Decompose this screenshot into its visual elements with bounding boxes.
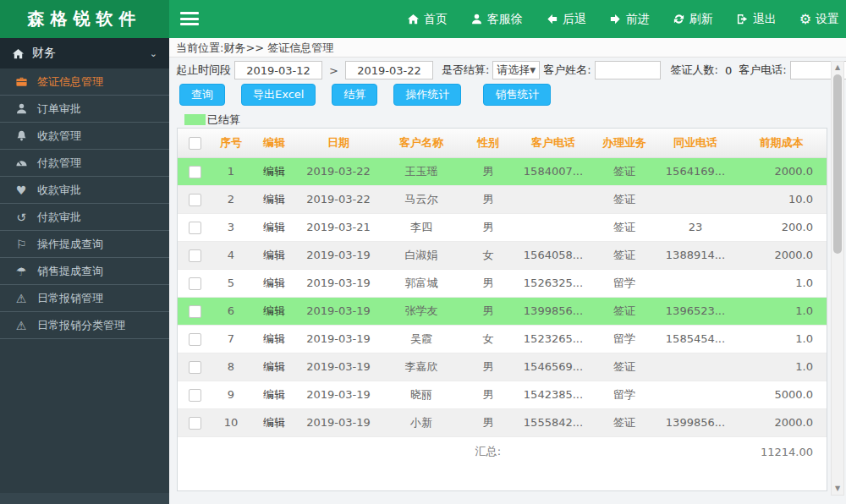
filter-bar: 起止时间段 > 是否结算: 请选择 ▼ 客户姓名: 签证人数: 0 客户电话: bbox=[169, 58, 846, 83]
sidebar-item-visa-info[interactable]: 签证信息管理 bbox=[0, 68, 169, 96]
row-checkbox[interactable] bbox=[189, 305, 201, 318]
operation-stats-button[interactable]: 操作统计 bbox=[393, 84, 461, 106]
sidebar-item-label: 收款审批 bbox=[37, 183, 81, 198]
cell-business: 签证 bbox=[594, 185, 655, 213]
nav-refresh[interactable]: 刷新 bbox=[673, 12, 713, 27]
cell-peer-phone: 1396523... bbox=[655, 297, 736, 325]
nav-settings[interactable]: ⚙ 设置 bbox=[799, 12, 839, 27]
cell-business: 留学 bbox=[594, 325, 655, 353]
row-checkbox[interactable] bbox=[189, 222, 201, 234]
sidebar-item-order-approval[interactable]: 订单审批 bbox=[0, 96, 169, 123]
table-panel: 序号 编辑 日期 客户名称 性别 客户电话 办理业务 同业电话 前期成本 1 编… bbox=[177, 128, 827, 491]
warning-icon: ⚠ bbox=[14, 319, 29, 332]
row-checkbox[interactable] bbox=[189, 417, 201, 430]
settle-button[interactable]: 结算 bbox=[332, 84, 377, 106]
select-all-checkbox[interactable] bbox=[189, 137, 201, 150]
row-checkbox[interactable] bbox=[189, 194, 201, 206]
chevron-down-icon: ▼ bbox=[530, 66, 536, 74]
edit-link[interactable]: 编辑 bbox=[250, 297, 298, 325]
cell-peer-phone: 1399856... bbox=[655, 408, 736, 436]
nav-forward[interactable]: 前进 bbox=[609, 12, 650, 27]
cell-gender: 男 bbox=[464, 157, 513, 185]
nav-label: 后退 bbox=[563, 12, 586, 27]
scrollbar-thumb[interactable] bbox=[833, 74, 842, 254]
cell-business: 签证 bbox=[594, 297, 655, 325]
arrow-left-icon bbox=[546, 13, 558, 25]
sidebar-item-receipt-approval[interactable]: ♥ 收款审批 bbox=[0, 177, 169, 204]
cell-gender: 男 bbox=[464, 185, 513, 213]
settle-select[interactable]: 请选择 ▼ bbox=[492, 61, 540, 79]
edit-link[interactable]: 编辑 bbox=[250, 381, 298, 408]
breadcrumb: 当前位置:财务>> 签证信息管理 bbox=[169, 38, 846, 58]
cell-index: 4 bbox=[212, 241, 250, 269]
row-checkbox[interactable] bbox=[189, 166, 201, 178]
edit-link[interactable]: 编辑 bbox=[250, 325, 298, 353]
cell-business: 签证 bbox=[594, 353, 655, 381]
nav-label: 刷新 bbox=[689, 12, 713, 27]
sidebar-item-op-commission[interactable]: ⚐ 操作提成查询 bbox=[0, 231, 169, 258]
query-button[interactable]: 查询 bbox=[179, 84, 225, 106]
row-checkbox[interactable] bbox=[189, 361, 201, 374]
edit-link[interactable]: 编辑 bbox=[250, 353, 298, 381]
scroll-up-icon[interactable]: ▲ bbox=[832, 63, 843, 73]
cell-customer-name: 马云尔 bbox=[379, 185, 464, 213]
row-checkbox[interactable] bbox=[189, 389, 201, 402]
cell-customer-name: 吴霞 bbox=[379, 325, 464, 353]
settled-color-swatch bbox=[184, 114, 206, 125]
edit-link[interactable]: 编辑 bbox=[250, 408, 298, 436]
heart-icon: ♥ bbox=[14, 184, 29, 197]
edit-link[interactable]: 编辑 bbox=[250, 157, 298, 185]
cell-peer-phone: 1564169... bbox=[655, 157, 736, 185]
date-to-input[interactable] bbox=[345, 61, 433, 79]
cell-business: 留学 bbox=[594, 381, 655, 408]
summary-value: 11214.00 bbox=[736, 436, 827, 467]
customer-phone-label: 客户电话: bbox=[739, 63, 786, 78]
umbrella-icon: ☂ bbox=[14, 265, 29, 278]
table-header-row: 序号 编辑 日期 客户名称 性别 客户电话 办理业务 同业电话 前期成本 bbox=[178, 129, 827, 157]
nav-logout[interactable]: 退出 bbox=[736, 12, 777, 27]
cell-cost: 1.0 bbox=[736, 297, 827, 325]
edit-link[interactable]: 编辑 bbox=[250, 213, 298, 241]
date-from-input[interactable] bbox=[234, 61, 322, 79]
nav-home[interactable]: 首页 bbox=[407, 12, 448, 27]
cell-date: 2019-03-19 bbox=[298, 325, 379, 353]
export-excel-button[interactable]: 导出Excel bbox=[241, 84, 316, 106]
bell-icon bbox=[15, 129, 28, 142]
home-icon bbox=[407, 13, 420, 25]
menu-toggle-icon[interactable] bbox=[180, 12, 199, 26]
sidebar-group-finance[interactable]: 财务 ⌄ bbox=[0, 38, 169, 68]
refresh-icon bbox=[673, 13, 685, 25]
sidebar-item-receipt-mgmt[interactable]: 收款管理 bbox=[0, 123, 169, 150]
sidebar-item-sales-commission[interactable]: ☂ 销售提成查询 bbox=[0, 258, 169, 285]
sidebar-item-label: 签证信息管理 bbox=[37, 74, 103, 90]
vertical-scrollbar[interactable]: ▲ ▼ bbox=[831, 61, 844, 496]
col-customer-name: 客户名称 bbox=[379, 129, 464, 157]
scroll-down-icon[interactable]: ▼ bbox=[832, 484, 843, 494]
sidebar-item-payment-mgmt[interactable]: 付款管理 bbox=[0, 150, 169, 177]
customer-name-input[interactable] bbox=[595, 61, 661, 79]
sales-stats-button[interactable]: 销售统计 bbox=[483, 84, 551, 106]
cell-customer-phone bbox=[513, 213, 594, 241]
cell-index: 8 bbox=[212, 353, 250, 381]
table-row: 2 编辑 2019-03-22 马云尔 男 签证 10.0 bbox=[178, 185, 827, 213]
gauge-icon bbox=[15, 156, 28, 169]
cell-business: 留学 bbox=[594, 269, 655, 297]
cell-index: 10 bbox=[212, 408, 250, 436]
sidebar-item-expense-category-mgmt[interactable]: ⚠ 日常报销分类管理 bbox=[0, 312, 169, 339]
row-checkbox[interactable] bbox=[189, 249, 201, 262]
visa-count-label: 签证人数: bbox=[671, 63, 718, 78]
edit-link[interactable]: 编辑 bbox=[250, 269, 298, 297]
sidebar-item-payment-approval[interactable]: ↺ 付款审批 bbox=[0, 204, 169, 231]
nav-user[interactable]: 客服徐 bbox=[470, 12, 523, 27]
user-icon bbox=[15, 102, 28, 115]
edit-link[interactable]: 编辑 bbox=[250, 185, 298, 213]
row-checkbox[interactable] bbox=[189, 333, 201, 346]
row-checkbox[interactable] bbox=[189, 277, 201, 290]
edit-link[interactable]: 编辑 bbox=[250, 241, 298, 269]
sidebar-item-expense-mgmt[interactable]: ⚠ 日常报销管理 bbox=[0, 285, 169, 312]
cell-date: 2019-03-19 bbox=[298, 381, 379, 408]
home-icon bbox=[12, 47, 25, 60]
nav-back[interactable]: 后退 bbox=[546, 12, 586, 27]
flag-icon: ⚐ bbox=[14, 238, 29, 251]
summary-label: 汇总: bbox=[464, 436, 513, 467]
